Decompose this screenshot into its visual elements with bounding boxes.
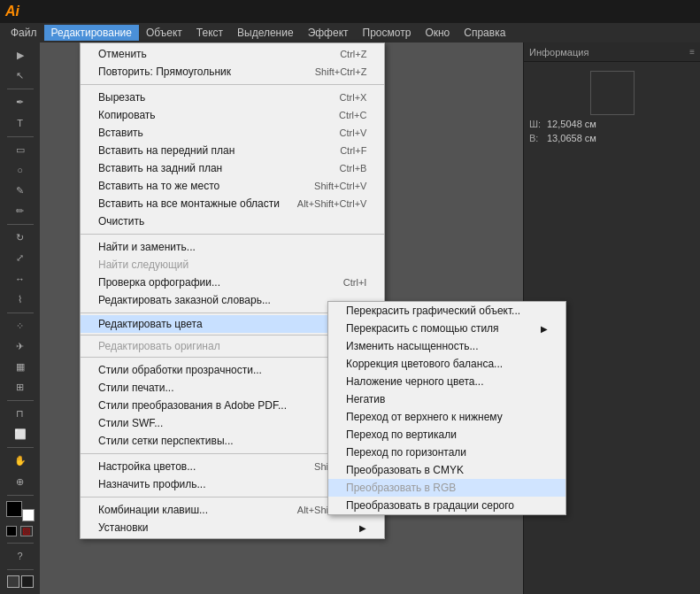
menu-copy[interactable]: Копировать Ctrl+C: [81, 106, 384, 124]
menu-paste-same[interactable]: Вставить на то же место Shift+Ctrl+V: [81, 177, 384, 195]
tool-separator-1: [7, 89, 34, 89]
menu-effect[interactable]: Эффект: [301, 25, 356, 41]
menu-paste-back[interactable]: Вставить на задний план Ctrl+B: [81, 159, 384, 177]
tool-separator-7: [7, 495, 34, 496]
menu-edit[interactable]: Редактирование: [44, 25, 139, 41]
menu-paste-all[interactable]: Вставить на все монтажные области Alt+Sh…: [81, 195, 384, 212]
transform-icon: [590, 71, 635, 115]
tool-reflect[interactable]: ↔: [4, 269, 36, 288]
menu-help[interactable]: Справка: [457, 25, 512, 41]
panel-width-row: Ш: 12,5048 см: [529, 119, 695, 129]
tool-pen[interactable]: ✒: [4, 93, 36, 112]
stroke-color[interactable]: [22, 509, 35, 521]
none-color[interactable]: [6, 526, 17, 536]
colors-convert-cmyk[interactable]: Преобразовать в CMYK: [328, 461, 565, 479]
fill-color[interactable]: [6, 501, 22, 517]
menu-redo[interactable]: Повторить: Прямоугольник Shift+Ctrl+Z: [81, 63, 384, 81]
tool-mesh[interactable]: ⊞: [4, 378, 36, 397]
menu-view[interactable]: Просмотр: [356, 25, 419, 41]
tool-separator-9: [7, 569, 34, 570]
tool-select[interactable]: ▶: [4, 46, 36, 65]
edit-menu-section-1: Отменить Ctrl+Z Повторить: Прямоугольник…: [81, 43, 384, 82]
tool-separator-5: [7, 400, 34, 401]
view-normal[interactable]: [7, 575, 19, 588]
menu-paste[interactable]: Вставить Ctrl+V: [81, 124, 384, 142]
menu-find-replace[interactable]: Найти и заменить...: [81, 238, 384, 256]
app-logo: Ai: [5, 4, 30, 19]
tool-separator-2: [7, 136, 34, 137]
width-value: 12,5048 см: [547, 119, 596, 129]
menu-find-next: Найти следующий: [81, 256, 384, 274]
tool-zoom[interactable]: ⊕: [4, 473, 36, 491]
menu-window[interactable]: Окно: [418, 25, 457, 41]
tool-separator-6: [7, 447, 34, 448]
menu-clear[interactable]: Очистить: [81, 212, 384, 230]
panel-tab-bar: Информация ≡: [524, 42, 700, 62]
height-label: В:: [529, 133, 547, 143]
tool-brush[interactable]: ✎: [4, 181, 36, 200]
menu-undo[interactable]: Отменить Ctrl+Z: [81, 45, 384, 63]
colors-blend-top-bottom[interactable]: Переход от верхнего к нижнему: [328, 408, 565, 426]
menu-cut[interactable]: Вырезать Ctrl+X: [81, 89, 384, 106]
left-toolbar: ▶ ↖ ✒ T ▭ ○ ✎ ✏ ↻ ⤢ ↔ ⌇ ⁘ ✈ ▦ ⊞ ⊓ ⬜ ✋ ⊕ …: [0, 42, 40, 594]
tool-scale[interactable]: ⤢: [4, 249, 36, 267]
colors-blend-vertical[interactable]: Переход по вертикали: [328, 426, 565, 444]
tool-type[interactable]: T: [4, 113, 36, 132]
colors-recolor-artwork[interactable]: Перекрасить графический объект...: [328, 302, 565, 320]
width-label: Ш:: [529, 119, 547, 129]
menu-text[interactable]: Текст: [189, 25, 230, 41]
colors-overprint-black[interactable]: Наложение черного цвета...: [328, 373, 565, 390]
panel-menu-icon[interactable]: ≡: [689, 47, 695, 57]
colors-invert[interactable]: Негатив: [328, 390, 565, 408]
tool-rotate[interactable]: ↻: [4, 228, 36, 247]
menu-bar: Файл Редактирование Объект Текст Выделен…: [0, 23, 700, 42]
submenu-arrow-style: ▶: [541, 324, 548, 334]
gradient-preview[interactable]: ▨: [20, 526, 33, 536]
tool-direct-select[interactable]: ↖: [4, 66, 36, 85]
panel-content: Ш: 12,5048 см В: 13,0658 см: [524, 62, 700, 152]
tool-blend[interactable]: ⁘: [4, 317, 36, 336]
menu-preferences[interactable]: Установки ▶: [81, 519, 384, 536]
colors-color-balance[interactable]: Коррекция цветового баланса...: [328, 355, 565, 373]
colors-adjust-saturation[interactable]: Изменить насыщенность...: [328, 337, 565, 355]
edit-menu-section-2: Вырезать Ctrl+X Копировать Ctrl+C Встави…: [81, 87, 384, 232]
submenu-arrow-prefs: ▶: [359, 523, 366, 533]
tool-separator-4: [7, 312, 34, 313]
panel-height-row: В: 13,0658 см: [529, 133, 695, 143]
tool-rectangle[interactable]: ▭: [4, 140, 36, 158]
menu-selection[interactable]: Выделение: [230, 25, 301, 41]
tool-separator-8: [7, 543, 34, 544]
tool-shear[interactable]: ⌇: [4, 290, 36, 309]
title-bar: Ai: [0, 0, 700, 23]
tool-pencil[interactable]: ✏: [4, 202, 36, 220]
colors-submenu-dropdown: Перекрасить графический объект... Перекр…: [327, 301, 566, 515]
colors-recolor-style[interactable]: Перекрасить с помощью стиля ▶: [328, 320, 565, 337]
menu-spell-check[interactable]: Проверка орфографии... Ctrl+I: [81, 274, 384, 291]
tool-question[interactable]: ?: [4, 546, 36, 565]
tool-eyedropper[interactable]: ✈: [4, 337, 36, 356]
menu-file[interactable]: Файл: [4, 25, 44, 41]
edit-separator-1: [81, 84, 384, 85]
view-modes: [6, 574, 35, 590]
menu-object[interactable]: Объект: [139, 25, 189, 41]
tool-lasso[interactable]: ⊓: [4, 405, 36, 423]
colors-convert-rgb: Преобразовать в RGB: [328, 479, 565, 497]
color-boxes[interactable]: [6, 501, 35, 521]
edit-separator-2: [81, 234, 384, 235]
tool-hand[interactable]: ✋: [4, 451, 36, 470]
menu-paste-front[interactable]: Вставить на передний план Ctrl+F: [81, 142, 384, 159]
tool-ellipse[interactable]: ○: [4, 161, 36, 180]
tool-artboard[interactable]: ⬜: [4, 425, 36, 444]
color-mode-buttons: ▨: [6, 526, 35, 538]
panel-title: Информация: [529, 47, 588, 58]
colors-blend-horizontal[interactable]: Переход по горизонтали: [328, 444, 565, 461]
tool-separator-3: [7, 224, 34, 225]
view-full[interactable]: [21, 575, 34, 588]
colors-convert-grayscale[interactable]: Преобразовать в градации серого: [328, 497, 565, 514]
edit-menu-section-3: Найти и заменить... Найти следующий Пров…: [81, 236, 384, 311]
tool-gradient[interactable]: ▦: [4, 358, 36, 376]
height-value: 13,0658 см: [547, 133, 596, 143]
